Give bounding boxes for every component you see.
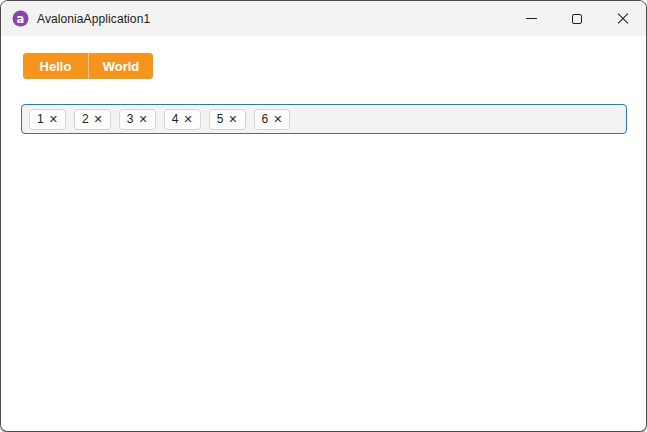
chip-3[interactable]: 3 ✕: [119, 109, 156, 130]
tab-strip: Hello World: [23, 53, 153, 79]
chip-label: 6: [262, 112, 269, 126]
close-icon[interactable]: ✕: [183, 114, 192, 125]
close-icon[interactable]: ✕: [273, 114, 282, 125]
close-icon: [617, 13, 629, 25]
chip-label: 3: [127, 112, 134, 126]
minimize-button[interactable]: [508, 1, 554, 36]
window-content: Hello World 1 ✕ 2 ✕ 3 ✕ 4 ✕ 5 ✕: [1, 36, 646, 432]
tab-hello[interactable]: Hello: [23, 53, 88, 79]
maximize-button[interactable]: [554, 1, 600, 36]
chip-label: 2: [82, 112, 89, 126]
app-window: a AvaloniaApplication1 Hello World 1 ✕ 2…: [0, 0, 647, 432]
chip-1[interactable]: 1 ✕: [29, 109, 66, 130]
chip-5[interactable]: 5 ✕: [209, 109, 246, 130]
title-bar[interactable]: a AvaloniaApplication1: [1, 1, 646, 36]
close-button[interactable]: [600, 1, 646, 36]
tab-world[interactable]: World: [88, 53, 153, 79]
chip-label: 5: [217, 112, 224, 126]
svg-text:a: a: [17, 12, 25, 26]
chip-label: 1: [37, 112, 44, 126]
close-icon[interactable]: ✕: [49, 114, 58, 125]
window-title: AvaloniaApplication1: [37, 12, 150, 26]
close-icon[interactable]: ✕: [94, 114, 103, 125]
close-icon[interactable]: ✕: [139, 114, 148, 125]
chip-4[interactable]: 4 ✕: [164, 109, 201, 130]
chip-6[interactable]: 6 ✕: [254, 109, 291, 130]
maximize-icon: [572, 14, 582, 24]
chip-2[interactable]: 2 ✕: [74, 109, 111, 130]
minimize-icon: [526, 18, 537, 19]
avalonia-logo-icon: a: [12, 10, 29, 27]
tag-input-field[interactable]: 1 ✕ 2 ✕ 3 ✕ 4 ✕ 5 ✕ 6 ✕: [21, 104, 627, 134]
chip-label: 4: [172, 112, 179, 126]
close-icon[interactable]: ✕: [228, 114, 237, 125]
